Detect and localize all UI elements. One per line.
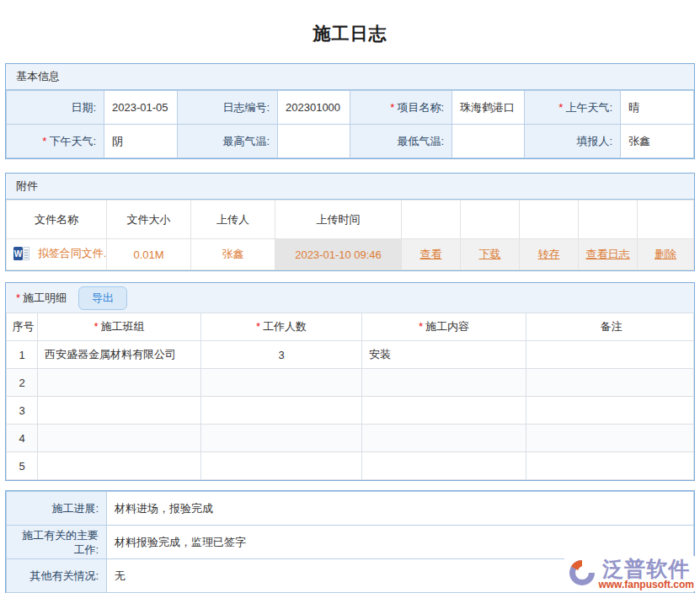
detail-remark (526, 397, 694, 425)
detail-workers (201, 397, 362, 425)
required-marker: * (558, 101, 563, 114)
basic-info-section-title: 基本信息 (6, 64, 694, 90)
delete-link[interactable]: 删除 (655, 248, 676, 260)
brand-website: www.fanpusoft.com (598, 580, 694, 590)
detail-content (362, 369, 526, 397)
detail-seq: 3 (7, 397, 38, 425)
col-header-file-name: 文件名称 (7, 200, 107, 239)
attachment-file-cell: W 拟签合同文件. (7, 239, 107, 270)
view-link[interactable]: 查看 (420, 248, 442, 260)
col-header-workers: *工作人数 (201, 313, 362, 341)
field-value-project-name: 珠海鹤港口 (452, 91, 525, 125)
detail-seq: 5 (7, 452, 38, 480)
basic-info-title-text: 基本信息 (16, 69, 60, 84)
fanpu-logo-icon (566, 557, 598, 590)
detail-remark (526, 341, 694, 369)
view-log-link[interactable]: 查看日志 (586, 248, 630, 260)
word-file-icon: W (13, 247, 29, 263)
field-value-reporter: 张鑫 (621, 125, 694, 158)
basic-info-table: 日期: 2023-01-05 日志编号: 202301000 *项目名称: 珠海… (6, 90, 694, 158)
summary-label-other: 其他有关情况: (7, 559, 107, 593)
required-marker: * (390, 101, 394, 114)
construction-detail-table: 序号 *施工班组 *工作人数 *施工内容 备注 1 西安盛器金属材料有限公司 3… (6, 313, 694, 480)
col-header-action-4 (579, 200, 638, 239)
col-header-content: *施工内容 (362, 313, 526, 341)
detail-content (362, 425, 526, 452)
attachments-table: 文件名称 文件大小 上传人 上传时间 W (6, 200, 694, 270)
attachments-section: 附件 文件名称 文件大小 上传人 上传时间 W (5, 173, 695, 271)
detail-remark (526, 369, 694, 397)
detail-row-5: 5 (7, 452, 694, 480)
field-label-max-temp: 最高气温: (178, 125, 278, 158)
detail-workers: 3 (201, 341, 362, 369)
required-marker: * (16, 291, 20, 304)
attachment-action-saveas-cell: 转存 (520, 239, 579, 270)
field-value-afternoon-weather: 阴 (104, 125, 178, 158)
field-value-morning-weather: 晴 (621, 91, 694, 125)
detail-content (362, 452, 526, 480)
detail-seq: 2 (7, 369, 38, 397)
attachments-section-title: 附件 (6, 174, 694, 200)
detail-workers (201, 452, 362, 480)
detail-remark (526, 452, 694, 480)
col-header-action-3 (520, 200, 579, 239)
detail-row-2: 2 (7, 369, 694, 397)
save-as-link[interactable]: 转存 (538, 248, 560, 260)
field-label-log-no: 日志编号: (178, 91, 278, 125)
attachments-title-text: 附件 (16, 179, 38, 194)
detail-team (38, 425, 201, 452)
detail-seq: 1 (7, 341, 38, 369)
col-header-file-size: 文件大小 (107, 200, 191, 239)
attachment-action-delete-cell: 删除 (638, 239, 694, 270)
col-header-uploader: 上传人 (191, 200, 275, 239)
summary-label-progress: 施工进展: (7, 492, 107, 526)
field-value-min-temp (452, 125, 525, 158)
attachment-action-viewlog-cell: 查看日志 (579, 239, 638, 270)
svg-text:W: W (14, 249, 23, 259)
summary-value-main-work: 材料报验完成，监理已签字 (107, 526, 694, 559)
field-value-log-no: 202301000 (278, 91, 350, 125)
detail-content (362, 397, 526, 425)
attachment-uploader: 张鑫 (191, 239, 275, 270)
attachment-upload-time: 2023-01-10 09:46 (275, 239, 402, 270)
field-value-max-temp (278, 125, 350, 158)
attachment-action-view-cell: 查看 (402, 239, 461, 270)
col-header-upload-time: 上传时间 (275, 200, 402, 239)
attachment-file-name-link[interactable]: 拟签合同文件. (38, 247, 107, 259)
summary-label-main-work: 施工有关的主要工作: (7, 526, 107, 559)
construction-detail-section: * 施工明细 导出 序号 *施工班组 *工作人数 *施工内容 备注 1 西安盛器… (5, 282, 695, 481)
detail-workers (201, 425, 362, 452)
detail-row-4: 4 (7, 425, 694, 452)
field-label-date: 日期: (7, 91, 104, 125)
page-title: 施工日志 (0, 0, 700, 45)
detail-row-1: 1 西安盛器金属材料有限公司 3 安装 (7, 341, 694, 369)
detail-row-3: 3 (7, 397, 694, 425)
detail-content: 安装 (362, 341, 526, 369)
detail-remark (526, 425, 694, 452)
construction-detail-section-title: * 施工明细 导出 (6, 283, 694, 313)
attachment-row: W 拟签合同文件. 0.01M 张鑫 2023-01-10 09:46 查看 下… (7, 239, 694, 270)
brand-name: 泛普软件 (602, 558, 690, 580)
field-value-date: 2023-01-05 (104, 91, 178, 125)
detail-team: 西安盛器金属材料有限公司 (38, 341, 201, 369)
detail-team (38, 397, 201, 425)
col-header-action-2 (461, 200, 520, 239)
detail-team (38, 452, 201, 480)
brand-text: 泛普软件 www.fanpusoft.com (598, 558, 694, 590)
field-label-reporter: 填报人: (525, 125, 621, 158)
brand-watermark: 泛普软件 www.fanpusoft.com (564, 556, 696, 591)
detail-team (38, 369, 201, 397)
col-header-remark: 备注 (526, 313, 694, 341)
attachment-file-size: 0.01M (107, 239, 191, 270)
detail-seq: 4 (7, 425, 38, 452)
required-marker: * (42, 135, 46, 147)
col-header-seq: 序号 (7, 313, 38, 341)
attachment-action-download-cell: 下载 (461, 239, 520, 270)
detail-workers (201, 369, 362, 397)
download-link[interactable]: 下载 (479, 248, 501, 260)
col-header-action-5 (638, 200, 694, 239)
col-header-team: *施工班组 (38, 313, 201, 341)
export-button[interactable]: 导出 (78, 286, 127, 310)
field-label-project-name: *项目名称: (350, 91, 452, 125)
field-label-min-temp: 最低气温: (350, 125, 452, 158)
